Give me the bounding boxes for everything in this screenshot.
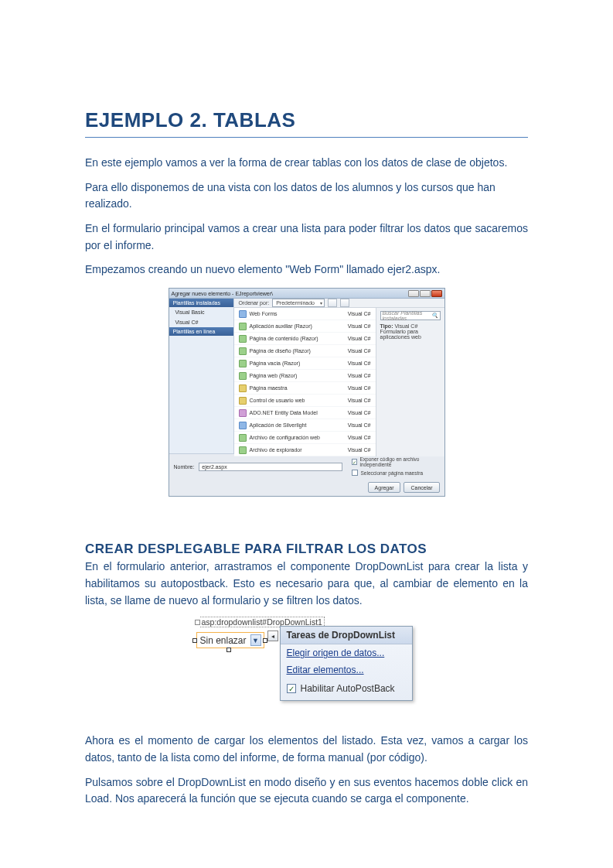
chk-label: Seleccionar página maestra [361, 470, 424, 476]
chevron-down-icon[interactable]: ▼ [250, 634, 261, 646]
sort-label: Ordenar por: [239, 300, 270, 306]
paragraph: En este ejemplo vamos a ver la forma de … [85, 155, 528, 172]
smarttag-link-edit-items[interactable]: Editar elementos... [281, 661, 412, 678]
type-value: Visual C# [394, 323, 417, 329]
dialog-titlebar: Agregar nuevo elemento - EJreportviewer\ [169, 289, 444, 299]
smarttag-link-datasource[interactable]: Elegir origen de datos... [281, 644, 412, 661]
heading-2: CREAR DESPLEGABLE PARA FILTRAR LOS DATOS [85, 542, 528, 557]
sidebar-item[interactable]: Visual Basic [169, 307, 233, 317]
sort-combo[interactable]: Predeterminado [272, 299, 325, 307]
search-placeholder: Buscar Plantillas instaladas [383, 310, 431, 321]
paragraph: Empezamos creando un nuevo elemento "Web… [85, 261, 528, 279]
figure-dropdownlist-smarttag: asp:dropdownlist#DropDownList1 Sin enlaz… [85, 617, 528, 709]
template-icon [239, 360, 247, 367]
name-input[interactable]: ejer2.aspx [199, 463, 342, 471]
search-input[interactable]: Buscar Plantillas instaladas 🔍 [380, 311, 441, 320]
template-icon [239, 310, 247, 318]
paragraph: Pulsamos sobre el DropDownList en modo d… [85, 774, 528, 808]
template-row[interactable]: Página vacía (Razor)Visual C# [234, 357, 376, 370]
checkbox-icon[interactable]: ✓ [287, 684, 296, 693]
dialog-toolbar: Ordenar por: Predeterminado [234, 299, 444, 308]
template-icon [239, 409, 247, 417]
name-label: Nombre: [174, 464, 195, 470]
dialog-title: Agregar nuevo elemento - EJreportviewer\ [172, 291, 274, 296]
template-icon [239, 335, 247, 343]
template-icon [239, 384, 247, 392]
minimize-icon[interactable] [408, 290, 419, 297]
template-row[interactable]: Página de contenido (Razor)Visual C# [234, 333, 376, 345]
view-icon[interactable] [340, 299, 349, 307]
checkbox-icon[interactable]: ✓ [352, 459, 357, 465]
smarttag-panel: Tareas de DropDownList Elegir origen de … [280, 626, 413, 701]
template-row[interactable]: Aplicación de SilverlightVisual C# [234, 419, 376, 432]
template-row[interactable]: Página web (Razor)Visual C# [234, 370, 376, 382]
dialog-info-panel: Buscar Plantillas instaladas 🔍 Tipo: Vis… [376, 308, 444, 456]
sidebar-header: Plantillas instaladas [169, 299, 233, 307]
smarttag-glyph-icon[interactable] [267, 630, 278, 641]
paragraph: Ahora es el momento de cargar los elemen… [85, 733, 528, 766]
checkbox-label: Habilitar AutoPostBack [301, 683, 395, 694]
dialog-sidebar: Plantillas instaladas Visual Basic Visua… [169, 299, 234, 453]
dropdownlist-value: Sin enlazar [200, 635, 247, 646]
type-description: Formulario para aplicaciones web [380, 329, 441, 340]
type-label: Tipo: [380, 323, 393, 329]
template-icon [239, 323, 247, 330]
add-button[interactable]: Agregar [368, 482, 401, 493]
template-icon [239, 347, 247, 355]
template-icon [239, 372, 247, 380]
smarttag-title: Tareas de DropDownList [281, 627, 412, 644]
resize-handle-icon[interactable] [226, 648, 231, 652]
template-row[interactable]: ADO.NET Entity Data ModelVisual C# [234, 407, 376, 419]
checkbox-icon[interactable] [352, 470, 358, 476]
template-row[interactable]: Archivo de configuración webVisual C# [234, 432, 376, 444]
paragraph: Para ello disponemos de una vista con lo… [85, 179, 528, 213]
selection-handle-icon [195, 620, 200, 625]
template-icon [239, 446, 247, 454]
search-icon: 🔍 [431, 313, 438, 319]
template-row[interactable]: Aplicación auxiliar (Razor)Visual C# [234, 320, 376, 333]
dropdownlist-control[interactable]: Sin enlazar ▼ [196, 632, 264, 648]
cancel-button[interactable]: Cancelar [404, 482, 439, 493]
template-row[interactable]: Archivo de exploradorVisual C# [234, 444, 376, 456]
template-row[interactable]: Página de diseño (Razor)Visual C# [234, 345, 376, 357]
template-row[interactable]: Página maestraVisual C# [234, 382, 376, 395]
sidebar-header-online: Plantillas en línea [169, 327, 233, 336]
figure-add-item-dialog: Agregar nuevo elemento - EJreportviewer\… [85, 288, 528, 497]
chk-label: Exponer código en archivo independiente [360, 456, 435, 467]
dialog-window: Agregar nuevo elemento - EJreportviewer\… [169, 288, 445, 497]
view-icon[interactable] [328, 299, 337, 307]
template-icon [239, 422, 247, 429]
sidebar-item[interactable]: Visual C# [169, 317, 233, 327]
paragraph: En el formulario anterior, arrastramos e… [85, 559, 528, 609]
template-list[interactable]: Web FormsVisual C# Aplicación auxiliar (… [234, 308, 376, 456]
maximize-icon[interactable] [420, 290, 431, 297]
template-icon [239, 397, 247, 405]
template-row[interactable]: Web FormsVisual C# [234, 308, 376, 320]
heading-1: EJEMPLO 2. TABLAS [85, 108, 528, 138]
template-icon [239, 434, 247, 442]
resize-handle-icon[interactable] [192, 638, 197, 643]
template-row[interactable]: Control de usuario webVisual C# [234, 395, 376, 407]
close-icon[interactable] [431, 290, 442, 297]
paragraph: En el formulario principal vamos a crear… [85, 220, 528, 254]
